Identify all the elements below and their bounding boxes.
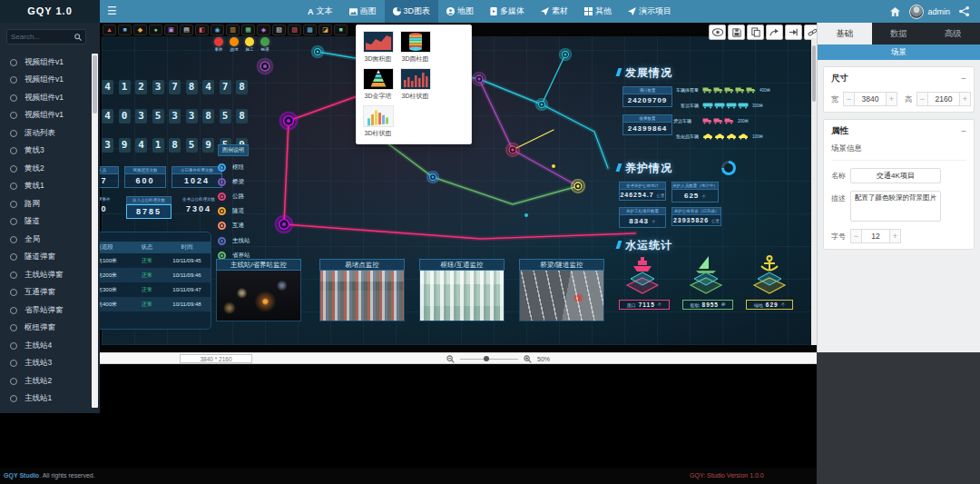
digit-cell: 3 [135,109,147,123]
sidebar-scrollbar[interactable] [92,54,98,408]
layer-item[interactable]: 主线站弹窗 [0,266,91,284]
scrollbar-thumb[interactable] [93,55,97,114]
share-icon[interactable] [959,4,969,20]
layer-item[interactable]: 视频组件v1 [0,89,91,107]
layer-item[interactable]: 全局 [0,231,91,249]
component-icon[interactable]: ◪ [318,25,332,35]
component-icon[interactable]: ▤ [180,25,193,35]
menu-item-3d-chart[interactable]: 3D图表 [385,0,439,23]
layer-item[interactable]: 主线站4 [0,337,91,355]
preview-button[interactable] [709,25,726,40]
layer-item[interactable]: 滚动列表 [0,124,91,143]
menu-item-other[interactable]: 其他 [576,0,620,23]
app-root: GQY 1.0 ☰ A 文本 画图 3D图表 地图 多媒体 [0,0,980,484]
paste-button[interactable] [747,25,764,40]
height-decrement-button[interactable]: − [916,92,928,106]
layer-item[interactable]: 互通弹窗 [0,284,91,302]
layer-item[interactable]: 黄线2 [0,160,91,178]
subtab-scene[interactable]: 场景 [818,44,980,60]
menu-item-material[interactable]: 素材 [533,0,576,23]
export-button[interactable] [785,25,802,40]
layer-item[interactable]: 视频组件v1 [0,72,91,90]
save-button[interactable] [728,25,745,40]
table-row[interactable]: 东向200米正常10/11/09:46 [100,268,211,282]
collapse-icon[interactable]: − [961,128,966,135]
layer-item[interactable]: 隧道弹窗 [0,249,91,267]
hamburger-menu-icon[interactable]: ☰ [107,5,120,17]
component-icon[interactable]: ◉ [211,25,224,35]
layer-item[interactable]: 隧道 [0,213,91,232]
scene-name-input[interactable] [850,168,941,183]
layer-item[interactable]: 主线站1 [0,390,91,409]
map-legend: 图例说明 枢纽 桥梁 公路 隧道 互通 主线站 省界站 [218,139,250,262]
layer-item[interactable]: 主线站3 [0,355,91,373]
font-size-value[interactable]: 12 [862,229,889,243]
dropdown-item-3d-bar-2[interactable]: 3D柱状图 [361,105,396,138]
camera-panel[interactable]: 主线站/省界站监控 [216,259,301,321]
menu-item-media[interactable]: 多媒体 [482,0,533,23]
digit-cell: 5 [220,109,231,123]
layer-item[interactable]: 黄线3 [0,143,91,161]
width-value[interactable]: 3840 [855,92,886,106]
component-icon[interactable]: ▩ [303,25,317,35]
construction-dot [245,37,254,46]
dropdown-item-3d-area[interactable]: 3D面积图 [361,31,396,64]
component-icon[interactable]: ▣ [164,25,178,35]
scrollbar-thumb[interactable] [812,45,816,102]
font-decrement-button[interactable]: − [850,229,862,243]
width-decrement-button[interactable]: − [843,92,855,106]
layer-item[interactable]: 枢纽弹窗 [0,320,91,338]
menu-item-map[interactable]: 地图 [438,0,482,23]
menu-item-demo-project[interactable]: 演示项目 [620,0,680,23]
redo-button[interactable] [766,25,783,40]
menu-item-image[interactable]: 画图 [341,0,385,23]
layer-item[interactable]: 黄线1 [0,178,91,196]
layer-item[interactable]: 视频组件v1 [0,107,91,125]
user-menu[interactable]: admin [909,5,950,19]
collapse-icon[interactable]: − [961,75,966,83]
component-icon[interactable]: ■ [118,25,132,35]
dropdown-item-3d-pyramid[interactable]: 3D金字塔 [361,68,396,101]
camera-panel[interactable]: 桥梁/隧道监控 [519,259,604,321]
font-increment-button[interactable]: + [889,229,901,243]
component-icon[interactable]: ▧ [272,25,286,35]
layer-item[interactable]: 主线站2 [0,372,91,390]
tab-basic[interactable]: 基础 [818,23,872,44]
dropdown-item-3d-bar[interactable]: 3D柱状图 [398,68,433,101]
menu-item-text[interactable]: A 文本 [299,0,341,23]
zoom-in-icon[interactable] [524,355,532,363]
component-icon[interactable]: ▨ [288,25,301,35]
table-row[interactable]: 东向100米正常10/11/09:45 [100,253,211,268]
height-value[interactable]: 2160 [928,92,959,106]
camera-panel[interactable]: 易堵点监控 [319,259,405,321]
component-icon[interactable]: ◈ [257,25,270,35]
component-icon[interactable]: ● [149,25,162,35]
zoom-slider[interactable] [460,359,518,360]
tab-data[interactable]: 数据 [872,23,926,44]
table-row[interactable]: 东向400米正常10/11/09:48 [100,297,211,311]
component-icon[interactable]: ◧ [195,25,209,35]
scene-description-textarea[interactable]: 配置了颜色较深的背景图片 [850,191,941,222]
width-increment-button[interactable]: + [886,92,897,106]
height-increment-button[interactable]: + [959,92,971,106]
component-icon[interactable]: ■ [334,25,348,35]
car-icon-row [702,133,749,140]
dropdown-item-3d-cylinder[interactable]: 3D圆柱图 [398,31,433,64]
component-icon[interactable]: ▥ [226,25,240,35]
camera-panel[interactable]: 枢纽/互通监控 [419,259,505,321]
zoom-out-icon[interactable] [446,355,455,363]
digit-cell: 1 [152,138,164,153]
layer-item[interactable]: 省界站弹窗 [0,301,91,320]
layer-item[interactable]: 视频组件v1 [0,54,91,72]
home-icon[interactable] [890,4,900,20]
search-box[interactable] [6,29,86,44]
component-icon[interactable]: ▦ [241,25,255,35]
tab-advanced[interactable]: 高级 [926,23,980,44]
zoom-slider-knob[interactable] [484,356,489,361]
digit-cell: 4 [202,80,214,94]
table-row[interactable]: 东向300米正常10/11/09:47 [100,282,211,297]
component-icon[interactable]: ▲ [103,25,116,35]
search-input[interactable] [11,33,74,41]
component-icon[interactable]: ◆ [133,25,147,35]
layer-item[interactable]: 路网 [0,195,91,213]
